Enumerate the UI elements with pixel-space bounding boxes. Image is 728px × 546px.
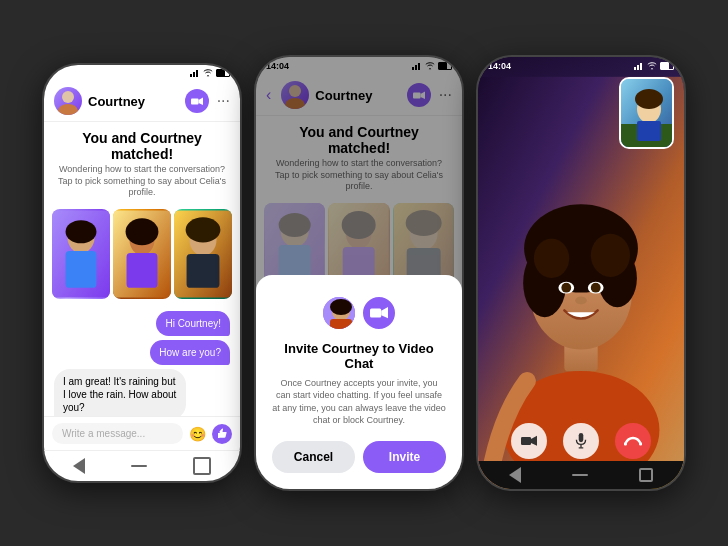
svg-rect-65: [637, 121, 661, 141]
back-nav-left[interactable]: [73, 458, 85, 474]
end-call-button[interactable]: [615, 423, 651, 459]
match-section-left: You and Courtney matched! Wondering how …: [44, 122, 240, 203]
status-bar-left: [44, 65, 240, 81]
svg-rect-46: [640, 63, 642, 70]
video-screen: 14:04: [478, 57, 684, 489]
svg-point-54: [534, 239, 569, 278]
svg-point-72: [639, 443, 642, 446]
svg-point-17: [186, 217, 221, 242]
toggle-video-button[interactable]: [511, 423, 547, 459]
home-nav-right[interactable]: [572, 474, 588, 476]
emoji-icon-left[interactable]: 😊: [189, 426, 206, 442]
more-options-icon-left[interactable]: ···: [217, 93, 230, 109]
svg-marker-6: [198, 97, 203, 105]
header-name-left: Courtney: [88, 94, 179, 109]
svg-rect-14: [127, 253, 158, 288]
svg-rect-41: [330, 319, 352, 331]
phone-right-screen: 14:04: [478, 57, 684, 489]
video-call-button-left[interactable]: [185, 89, 209, 113]
video-time: 14:04: [488, 61, 511, 71]
svg-marker-67: [531, 436, 537, 446]
modal-title: Invite Courtney to Video Chat: [272, 341, 446, 371]
msg-bubble-2: How are you?: [150, 340, 230, 365]
invite-button[interactable]: Invite: [363, 441, 446, 473]
status-icons-left: [190, 69, 230, 77]
toggle-mic-button[interactable]: [563, 423, 599, 459]
input-bar-left: Write a message... 😊: [44, 416, 240, 450]
call-controls: [478, 423, 684, 459]
svg-rect-18: [187, 254, 220, 288]
phone-center: 14:04: [254, 55, 464, 491]
nav-bar-right: [478, 461, 684, 489]
signal-icon: [190, 69, 200, 77]
signal-icon-right: [634, 62, 644, 70]
video-on-icon: [521, 435, 537, 447]
svg-rect-1: [193, 72, 195, 77]
modal-text: Once Courtney accepts your invite, you c…: [272, 377, 446, 427]
match-title-left: You and Courtney matched!: [56, 130, 228, 162]
avatar-left: [54, 87, 82, 115]
like-button-left[interactable]: [212, 424, 232, 444]
svg-point-4: [58, 104, 78, 115]
message-input-left[interactable]: Write a message...: [52, 423, 183, 444]
svg-rect-0: [190, 74, 192, 77]
home-nav-left[interactable]: [131, 465, 147, 467]
svg-rect-44: [634, 67, 636, 70]
back-nav-right[interactable]: [509, 467, 521, 483]
invite-modal: Invite Courtney to Video Chat Once Court…: [256, 275, 462, 489]
nav-bar-left: [44, 450, 240, 481]
svg-point-60: [575, 297, 587, 305]
battery-icon-left: [216, 69, 230, 77]
self-view-video: [621, 79, 674, 149]
svg-point-64: [635, 89, 663, 109]
wifi-icon-right: [647, 62, 657, 70]
modal-avatar-video: [361, 295, 397, 331]
photo-2-left: [113, 209, 171, 299]
svg-point-3: [62, 91, 74, 103]
photo-1-left: [52, 209, 110, 299]
svg-point-59: [591, 283, 601, 293]
thumbs-up-icon: [216, 428, 228, 440]
cancel-button[interactable]: Cancel: [272, 441, 355, 473]
svg-point-55: [591, 234, 630, 277]
msg-bubble-1: Hi Courtney!: [156, 311, 230, 336]
header-icons-left: ···: [185, 89, 230, 113]
messages-area-left: Hi Courtney! How are you? I am great! It…: [44, 305, 240, 416]
svg-point-40: [330, 299, 352, 315]
svg-rect-45: [637, 65, 639, 70]
video-self-thumb: [619, 77, 674, 149]
phone-center-screen: 14:04: [256, 57, 462, 489]
photo-3-left: [174, 209, 232, 299]
modal-avatar-1: [321, 295, 357, 331]
modal-overlay: Invite Courtney to Video Chat Once Court…: [256, 57, 462, 489]
microphone-icon: [575, 433, 587, 449]
svg-rect-2: [196, 70, 198, 77]
end-call-icon: [624, 436, 642, 446]
svg-point-9: [66, 220, 97, 243]
square-nav-right[interactable]: [639, 468, 653, 482]
svg-rect-66: [521, 437, 531, 445]
svg-marker-43: [381, 307, 388, 318]
chat-header-left: Courtney ···: [44, 81, 240, 122]
match-subtitle-left: Wondering how to start the conversation?…: [56, 164, 228, 199]
square-nav-left[interactable]: [193, 457, 211, 475]
svg-rect-42: [370, 308, 381, 317]
wifi-icon: [203, 69, 213, 77]
modal-video-icon: [370, 306, 388, 320]
battery-icon-right: [660, 62, 674, 70]
phone-left: Courtney ··· You and Courtney matched! W…: [42, 63, 242, 483]
video-status-icons: [634, 61, 674, 71]
svg-rect-68: [579, 433, 584, 442]
video-status-bar: 14:04: [478, 57, 684, 75]
phone-right: 14:04: [476, 55, 686, 491]
modal-avatars: [272, 295, 446, 331]
msg-bubble-3: I am great! It's raining but I love the …: [54, 369, 186, 416]
video-camera-icon: [191, 97, 203, 106]
svg-rect-10: [66, 251, 97, 288]
phone-left-screen: Courtney ··· You and Courtney matched! W…: [44, 65, 240, 481]
svg-point-58: [561, 283, 571, 293]
svg-point-71: [624, 443, 627, 446]
svg-rect-5: [191, 98, 199, 104]
phones-container: Courtney ··· You and Courtney matched! W…: [0, 0, 728, 546]
modal-buttons: Cancel Invite: [272, 441, 446, 473]
